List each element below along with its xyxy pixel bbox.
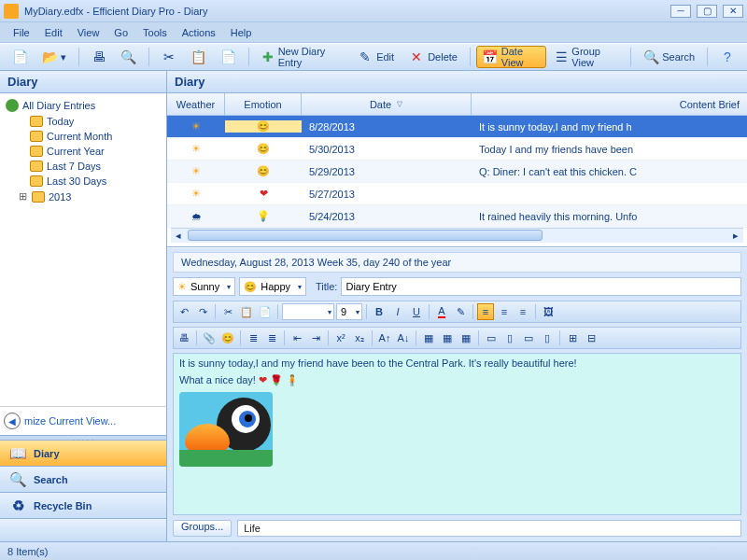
table-button[interactable]: ▦ — [420, 329, 437, 346]
outdent-button[interactable]: ⇤ — [289, 329, 305, 346]
close-button[interactable]: ✕ — [723, 5, 743, 18]
edit-entry-button[interactable]: ✎Edit — [351, 46, 401, 68]
tree-current-year[interactable]: Current Year — [4, 144, 162, 159]
expand-icon[interactable]: ⊞ — [19, 190, 28, 203]
bold-button[interactable]: B — [371, 303, 388, 320]
menu-view[interactable]: View — [70, 25, 107, 40]
main-toolbar: 📄 📂▾ 🖶 🔍 ✂ 📋 📄 ✚New Diary Entry ✎Edit ✕D… — [0, 43, 747, 71]
insert-col-button[interactable]: ▯ — [501, 329, 518, 346]
paste-button[interactable]: 📄 — [257, 303, 274, 320]
decrease-font-button[interactable]: A↓ — [395, 329, 412, 346]
nav-search[interactable]: 🔍Search — [0, 467, 166, 493]
title-input[interactable] — [341, 277, 741, 296]
col-emotion[interactable]: Emotion — [225, 93, 302, 115]
arrow-left-icon: ◀ — [4, 413, 21, 429]
attach-button[interactable]: 📎 — [201, 329, 218, 346]
table-btn2[interactable]: ▦ — [439, 329, 456, 346]
delete-entry-button[interactable]: ✕Delete — [402, 46, 464, 68]
increase-font-button[interactable]: A↑ — [376, 329, 393, 346]
highlight-button[interactable]: ✎ — [452, 303, 469, 320]
emotion-combo[interactable]: 😊Happy▾ — [239, 277, 306, 296]
emotion-cell: 😊 — [225, 165, 302, 177]
new-diary-entry-button[interactable]: ✚New Diary Entry — [255, 46, 350, 68]
align-right-button[interactable]: ≡ — [514, 303, 531, 320]
horizontal-scrollbar[interactable]: ◂ ▸ — [171, 228, 743, 243]
grid-row[interactable]: 🌧 💡 5/24/2013 It rained heavily this mor… — [167, 205, 747, 228]
italic-button[interactable]: I — [389, 303, 406, 320]
insert-image-button[interactable]: 🖼 — [540, 303, 557, 320]
customize-view-link[interactable]: ◀ mize Current View... — [0, 406, 166, 435]
weather-combo[interactable]: ☀Sunny▾ — [173, 277, 235, 296]
nav-diary[interactable]: 📖Diary — [0, 441, 166, 467]
tree-last-30-days[interactable]: Last 30 Days — [4, 174, 162, 189]
superscript-button[interactable]: x² — [332, 329, 349, 346]
delete-row-button[interactable]: ▭ — [520, 329, 537, 346]
folder-icon — [30, 175, 43, 187]
menu-edit[interactable]: Edit — [37, 25, 70, 40]
delete-col-button[interactable]: ▯ — [539, 329, 556, 346]
grid-row[interactable]: ☀ ❤ 5/27/2013 — [167, 183, 747, 205]
split-button[interactable]: ⊟ — [583, 329, 599, 346]
font-family-combo[interactable] — [282, 303, 334, 320]
weather-cell: 🌧 — [167, 211, 225, 222]
date-view-button[interactable]: 📅Date View — [476, 46, 547, 68]
align-center-button[interactable]: ≡ — [496, 303, 513, 320]
copy-button[interactable]: 📋 — [238, 303, 255, 320]
maximize-button[interactable]: ▢ — [697, 5, 717, 18]
help-button[interactable]: ? — [713, 46, 741, 68]
menu-actions[interactable]: Actions — [175, 25, 223, 40]
subscript-button[interactable]: x₂ — [351, 329, 368, 346]
menu-tools[interactable]: Tools — [135, 25, 175, 40]
content-area: Diary Weather Emotion Date▽ Content Brie… — [167, 71, 747, 541]
table-btn3[interactable]: ▦ — [458, 329, 474, 346]
emoji-button[interactable]: 😊 — [219, 329, 236, 346]
col-weather[interactable]: Weather — [167, 93, 225, 115]
menu-go[interactable]: Go — [106, 25, 135, 40]
paste-button[interactable]: 📄 — [215, 46, 243, 68]
tree-last-7-days[interactable]: Last 7 Days — [4, 159, 162, 174]
redo-button[interactable]: ↷ — [194, 303, 211, 320]
editor-textarea[interactable]: It is sunny today,I and my friend have b… — [173, 353, 741, 515]
menu-help[interactable]: Help — [223, 25, 260, 40]
group-view-button[interactable]: ☰Group View — [548, 46, 625, 68]
copy-button[interactable]: 📋 — [185, 46, 213, 68]
open-button[interactable]: 📂▾ — [35, 46, 73, 68]
cut-button[interactable]: ✂ — [155, 46, 183, 68]
grid-row[interactable]: ☀ 😊 8/28/2013 It is sunny today,I and my… — [167, 116, 747, 138]
grid-row[interactable]: ☀ 😊 5/29/2013 Q: Diner: I can't eat this… — [167, 161, 747, 183]
font-color-button[interactable]: A — [433, 303, 450, 320]
number-list-button[interactable]: ≣ — [263, 329, 280, 346]
scroll-right-icon[interactable]: ▸ — [728, 229, 743, 242]
tree-all-entries[interactable]: All Diary Entries — [4, 97, 162, 114]
minimize-button[interactable]: ─ — [670, 5, 691, 18]
scroll-left-icon[interactable]: ◂ — [171, 229, 186, 242]
print-preview-button[interactable]: 🔍 — [115, 46, 143, 68]
date-info-label: Wednesday, August 28, 2013 Week 35, day … — [173, 252, 741, 273]
col-content-brief[interactable]: Content Brief — [472, 93, 747, 115]
nav-recycle-bin[interactable]: ♻Recycle Bin — [0, 493, 166, 519]
emotion-cell: 😊 — [225, 143, 302, 155]
groups-value[interactable]: Life — [237, 520, 741, 537]
font-size-combo[interactable]: 9 — [336, 303, 362, 320]
col-date[interactable]: Date▽ — [302, 93, 472, 115]
tree-current-month[interactable]: Current Month — [4, 129, 162, 144]
recycle-icon: ♻ — [9, 497, 26, 514]
indent-button[interactable]: ⇥ — [307, 329, 324, 346]
groups-button[interactable]: Groups... — [173, 520, 232, 537]
search-button[interactable]: 🔍Search — [637, 46, 701, 68]
underline-button[interactable]: U — [408, 303, 425, 320]
undo-button[interactable]: ↶ — [176, 303, 192, 320]
print-button[interactable]: 🖶 — [85, 46, 113, 68]
grid-row[interactable]: ☀ 😊 5/30/2013 Today I and my friends hav… — [167, 138, 747, 161]
merge-button[interactable]: ⊞ — [564, 329, 581, 346]
bullet-list-button[interactable]: ≣ — [245, 329, 261, 346]
tree-today[interactable]: Today — [4, 114, 162, 129]
scroll-thumb[interactable] — [188, 230, 543, 241]
print-button[interactable]: 🖶 — [176, 329, 192, 346]
new-file-button[interactable]: 📄 — [6, 46, 34, 68]
insert-row-button[interactable]: ▭ — [483, 329, 500, 346]
menu-file[interactable]: File — [6, 25, 37, 40]
align-left-button[interactable]: ≡ — [477, 303, 494, 320]
cut-button[interactable]: ✂ — [219, 303, 236, 320]
tree-2013[interactable]: ⊞2013 — [4, 189, 162, 204]
